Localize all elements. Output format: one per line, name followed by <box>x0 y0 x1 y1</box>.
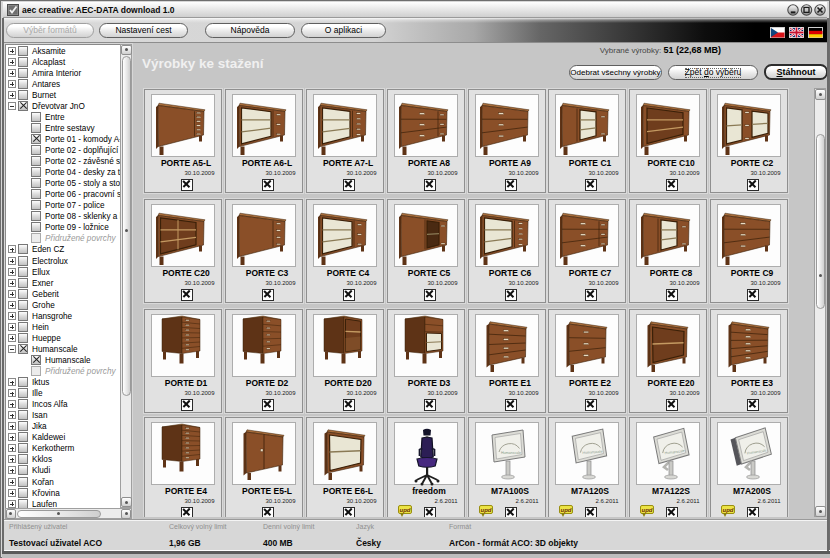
svg-text:Humanscale: Humanscale <box>501 451 521 455</box>
